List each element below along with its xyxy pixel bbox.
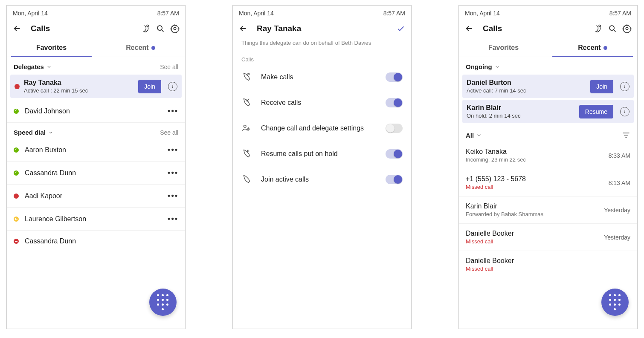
recent-name: Danielle Booker: [466, 257, 630, 265]
perm-label: Change call and delegate settings: [261, 124, 376, 132]
settings-icon[interactable]: [170, 23, 180, 34]
ongoing-name: Daniel Burton: [467, 79, 586, 87]
tab-favorites[interactable]: Favorites: [459, 40, 548, 57]
delegate-description: Things this delegate can do on behalf of…: [233, 40, 411, 50]
status-bar: Mon, April 14 8:57 AM: [233, 6, 411, 17]
perm-label: Receive calls: [261, 99, 376, 107]
all-label: All: [466, 132, 474, 139]
dialpad-fab[interactable]: [149, 289, 177, 316]
info-icon[interactable]: i: [620, 82, 629, 91]
recent-name: Danielle Booker: [466, 230, 604, 237]
join-button[interactable]: Join: [138, 80, 161, 93]
more-icon[interactable]: •••: [168, 191, 178, 200]
resume-button[interactable]: Resume: [579, 105, 613, 118]
recent-time: Yesterday: [604, 234, 630, 241]
recent-time: Yesterday: [604, 207, 630, 214]
perm-label: Join active calls: [261, 176, 376, 183]
recent-call-row[interactable]: Karin Blair Forwarded by Babak Shammas Y…: [459, 196, 637, 224]
ongoing-status: On hold: 2 min 14 sec: [467, 113, 575, 119]
section-delegates[interactable]: Delegates See all: [7, 57, 185, 73]
more-icon[interactable]: •••: [168, 168, 178, 177]
recent-call-row[interactable]: Danielle Booker Missed call: [459, 251, 637, 278]
speed-dial-row[interactable]: Laurence Gilbertson •••: [7, 208, 185, 231]
status-bar: Mon, April 14 8:57 AM: [7, 6, 185, 17]
voicemail-icon[interactable]: [141, 23, 151, 34]
confirm-icon[interactable]: [396, 23, 406, 34]
active-call-card[interactable]: Ray Tanaka Active call : 22 min 15 sec J…: [10, 75, 182, 98]
section-all[interactable]: All: [459, 125, 637, 142]
perm-receive-calls: Receive calls: [233, 90, 411, 116]
more-icon[interactable]: •••: [168, 214, 178, 223]
see-all-link[interactable]: See all: [160, 129, 178, 136]
speed-dial-row[interactable]: Cassandra Dunn: [7, 231, 185, 252]
recent-sub: Forwarded by Babak Shammas: [466, 211, 604, 217]
call-hold-icon: [241, 149, 252, 159]
back-icon[interactable]: [12, 23, 22, 34]
svg-point-6: [609, 26, 614, 30]
filter-icon[interactable]: [622, 131, 630, 139]
recent-sub: Missed call: [466, 266, 630, 272]
presence-available-icon: [14, 147, 19, 153]
info-icon[interactable]: i: [620, 107, 629, 116]
recent-dot-icon: [151, 46, 155, 50]
delegates-label: Delegates: [14, 63, 44, 70]
tab-recent[interactable]: Recent: [548, 40, 637, 57]
status-date: Mon, April 14: [239, 10, 274, 17]
tab-recent-label: Recent: [578, 44, 600, 51]
recent-call-row[interactable]: Keiko Tanaka Incoming: 23 min 22 sec 8:3…: [459, 142, 637, 169]
screen-favorites: Mon, April 14 8:57 AM Calls Favorites Re…: [6, 5, 186, 329]
speed-dial-row[interactable]: Cassandra Dunn •••: [7, 162, 185, 185]
dialpad-fab[interactable]: [601, 289, 629, 316]
voicemail-icon[interactable]: [593, 23, 603, 34]
delegate-row[interactable]: David Johnson •••: [7, 100, 185, 123]
call-out-icon: [241, 72, 252, 82]
ongoing-call-card[interactable]: Daniel Burton Active call: 7 min 14 sec …: [462, 75, 634, 98]
ongoing-call-card[interactable]: Karin Blair On hold: 2 min 14 sec Resume…: [462, 100, 634, 123]
tab-favorites[interactable]: Favorites: [7, 40, 96, 57]
call-icon: [241, 174, 252, 185]
recent-call-row[interactable]: +1 (555) 123 - 5678 Missed call 8:13 AM: [459, 169, 637, 196]
more-icon[interactable]: •••: [168, 145, 178, 154]
status-time: 8:57 AM: [157, 10, 179, 17]
back-icon[interactable]: [464, 23, 474, 34]
toggle-receive-calls[interactable]: [386, 98, 403, 107]
section-ongoing[interactable]: Ongoing: [459, 57, 637, 73]
toggle-change-settings[interactable]: [386, 124, 403, 133]
see-all-link[interactable]: See all: [160, 64, 178, 70]
toggle-make-calls[interactable]: [386, 72, 403, 82]
chevron-down-icon: [46, 64, 52, 69]
toggle-join-active[interactable]: [386, 175, 403, 184]
speed-dial-label: Speed dial: [14, 129, 46, 136]
recent-time: 8:13 AM: [609, 179, 630, 186]
perm-label: Resume calls put on hold: [261, 150, 376, 158]
page-title: Calls: [31, 24, 136, 33]
svg-point-3: [244, 125, 247, 128]
recent-call-row[interactable]: Danielle Booker Missed call Yesterday: [459, 224, 637, 251]
contact-name: Aaron Buxton: [25, 146, 162, 154]
recent-sub: Incoming: 23 min 22 sec: [466, 156, 609, 163]
svg-point-1: [157, 26, 162, 30]
page-title: Ray Tanaka: [257, 24, 392, 33]
ongoing-status: Active call: 7 min 14 sec: [467, 87, 586, 94]
toggle-resume-hold[interactable]: [386, 149, 403, 159]
perm-change-settings: Change call and delegate settings: [233, 116, 411, 141]
contact-name: Aadi Kapoor: [25, 192, 162, 200]
perm-make-calls: Make calls: [233, 64, 411, 90]
speed-dial-row[interactable]: Aadi Kapoor •••: [7, 185, 185, 208]
search-icon[interactable]: [155, 23, 165, 34]
settings-icon[interactable]: [622, 23, 632, 34]
calls-subhead: Calls: [233, 50, 411, 64]
speed-dial-row[interactable]: Aaron Buxton •••: [7, 139, 185, 162]
search-icon[interactable]: [607, 23, 618, 34]
more-icon[interactable]: •••: [168, 107, 178, 116]
presence-away-icon: [14, 217, 19, 222]
join-button[interactable]: Join: [590, 80, 613, 93]
info-icon[interactable]: i: [168, 82, 177, 91]
recent-sub: Missed call: [466, 184, 609, 190]
page-title: Calls: [483, 24, 589, 33]
section-speed-dial[interactable]: Speed dial See all: [7, 123, 185, 139]
recent-dot-icon: [603, 46, 607, 50]
back-icon[interactable]: [238, 23, 248, 34]
tab-recent[interactable]: Recent: [96, 40, 185, 57]
perm-join-active: Join active calls: [233, 167, 411, 192]
